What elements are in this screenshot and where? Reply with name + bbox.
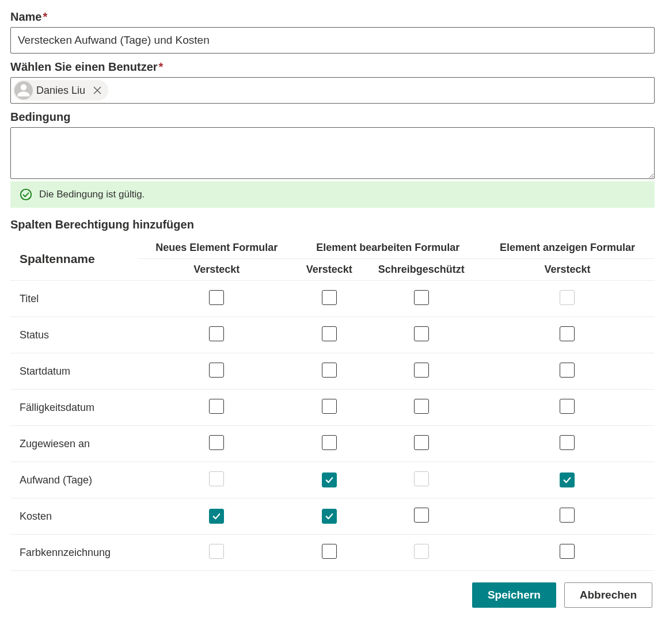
- checkbox-new-hidden[interactable]: [209, 435, 224, 450]
- row-label: Startdatum: [10, 353, 138, 390]
- table-row: Zugewiesen an: [10, 426, 655, 462]
- row-label: Farbkennzeichnung: [10, 535, 138, 571]
- row-label: Fälligkeitsdatum: [10, 390, 138, 426]
- table-row: Fälligkeitsdatum: [10, 390, 655, 426]
- checkbox-view-hidden[interactable]: [560, 472, 575, 487]
- sub-edit-hidden: Versteckt: [296, 259, 363, 281]
- checkbox-new-hidden[interactable]: [209, 509, 224, 524]
- checkbox-edit-hidden[interactable]: [322, 399, 337, 414]
- avatar-icon: [14, 81, 33, 100]
- checkbox-edit-readonly[interactable]: [414, 326, 429, 341]
- checkbox-edit-readonly: [414, 544, 429, 559]
- checkbox-edit-hidden[interactable]: [322, 326, 337, 341]
- user-chip[interactable]: Danies Liu: [13, 80, 108, 101]
- sub-edit-readonly: Schreibgeschützt: [363, 259, 480, 281]
- sub-view-hidden: Versteckt: [480, 259, 655, 281]
- checkbox-new-hidden[interactable]: [209, 290, 224, 305]
- header-newform: Neues Element Formular: [138, 237, 296, 259]
- checkbox-edit-hidden[interactable]: [322, 290, 337, 305]
- table-row: Startdatum: [10, 353, 655, 390]
- remove-user-icon[interactable]: [91, 84, 104, 97]
- table-row: Farbkennzeichnung: [10, 535, 655, 571]
- checkbox-new-hidden: [209, 544, 224, 559]
- checkbox-edit-readonly[interactable]: [414, 290, 429, 305]
- checkbox-view-hidden[interactable]: [560, 363, 575, 378]
- checkbox-edit-hidden[interactable]: [322, 472, 337, 487]
- validation-banner: Die Bedingung ist gültig.: [10, 181, 655, 208]
- checkbox-edit-readonly[interactable]: [414, 508, 429, 523]
- checkbox-view-hidden[interactable]: [560, 508, 575, 523]
- checkbox-view-hidden[interactable]: [560, 435, 575, 450]
- header-viewform: Element anzeigen Formular: [480, 237, 655, 259]
- header-editform: Element bearbeiten Formular: [296, 237, 480, 259]
- checkbox-view-hidden[interactable]: [560, 544, 575, 559]
- checkbox-edit-hidden[interactable]: [322, 544, 337, 559]
- name-input[interactable]: [10, 27, 655, 54]
- checkbox-view-hidden: [560, 290, 575, 305]
- check-circle-icon: [20, 188, 32, 201]
- checkbox-new-hidden: [209, 471, 224, 486]
- condition-label: Bedingung: [10, 110, 655, 124]
- checkbox-new-hidden[interactable]: [209, 326, 224, 341]
- checkbox-edit-readonly[interactable]: [414, 435, 429, 450]
- checkbox-edit-readonly[interactable]: [414, 399, 429, 414]
- checkbox-edit-hidden[interactable]: [322, 509, 337, 524]
- checkbox-view-hidden[interactable]: [560, 326, 575, 341]
- condition-input[interactable]: [10, 127, 655, 179]
- row-label: Status: [10, 317, 138, 353]
- user-picker[interactable]: Danies Liu: [10, 77, 655, 104]
- row-label: Kosten: [10, 498, 138, 535]
- header-colname: Spaltenname: [10, 237, 138, 281]
- checkbox-edit-hidden[interactable]: [322, 363, 337, 378]
- save-button[interactable]: Speichern: [472, 582, 556, 608]
- table-row: Kosten: [10, 498, 655, 535]
- checkbox-new-hidden[interactable]: [209, 363, 224, 378]
- checkbox-edit-readonly[interactable]: [414, 363, 429, 378]
- cancel-button[interactable]: Abbrechen: [564, 582, 652, 608]
- permissions-table: Spaltenname Neues Element Formular Eleme…: [10, 237, 655, 571]
- validation-text: Die Bedingung ist gültig.: [39, 189, 145, 200]
- checkbox-edit-hidden[interactable]: [322, 435, 337, 450]
- row-label: Aufwand (Tage): [10, 462, 138, 498]
- row-label: Zugewiesen an: [10, 426, 138, 462]
- sub-new-hidden: Versteckt: [138, 259, 296, 281]
- table-row: Aufwand (Tage): [10, 462, 655, 498]
- table-row: Status: [10, 317, 655, 353]
- user-label: Wählen Sie einen Benutzer*: [10, 60, 655, 74]
- user-chip-name: Danies Liu: [36, 85, 85, 97]
- section-title: Spalten Berechtigung hinzufügen: [10, 218, 655, 231]
- checkbox-new-hidden[interactable]: [209, 399, 224, 414]
- row-label: Titel: [10, 281, 138, 317]
- table-row: Titel: [10, 281, 655, 317]
- name-label: Name*: [10, 10, 655, 24]
- checkbox-view-hidden[interactable]: [560, 399, 575, 414]
- svg-point-0: [21, 189, 31, 200]
- checkbox-edit-readonly: [414, 471, 429, 486]
